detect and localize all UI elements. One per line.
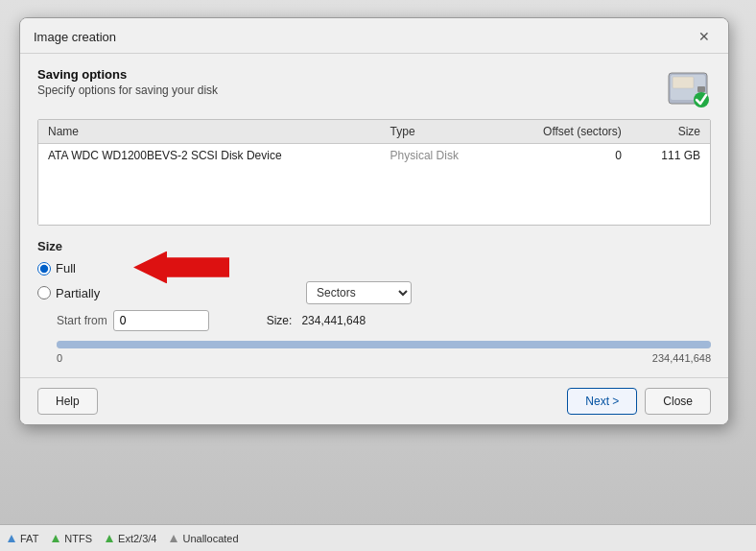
fields-row: Start from 0 Size: 234,441,648 [57,310,711,331]
col-size: Size [631,120,710,144]
full-radio-input[interactable] [37,262,51,276]
dialog-body: Saving options Specify options for savin… [20,54,728,377]
disk-table: Name Type Offset (sectors) Size ATA WDC … [37,119,711,226]
dialog-titlebar: Image creation ✕ [20,18,728,54]
table-row: ATA WDC WD1200BEVS-2 SCSI Disk Device Ph… [38,144,710,168]
full-radio-row: Full [37,261,711,276]
close-button[interactable]: Close [645,388,711,415]
unallocated-icon [168,533,179,544]
saving-options-heading: Saving options [37,67,218,82]
col-name: Name [38,120,381,144]
next-button[interactable]: Next > [567,388,637,415]
row-type: Physical Disk [381,144,500,168]
row-name: ATA WDC WD1200BEVS-2 SCSI Disk Device [38,144,381,168]
arrow-shape [133,251,229,283]
start-from-label: Start from [57,314,107,327]
col-offset: Offset (sectors) [499,120,631,144]
ext-icon [104,533,115,544]
saving-options-description: Specify options for saving your disk [37,84,218,97]
row-offset: 0 [499,144,631,168]
slider-labels: 0 234,441,648 [57,352,711,364]
empty-row-2 [38,196,710,225]
fat-icon [6,533,17,544]
svg-marker-6 [52,535,59,542]
fat-tag: FAT [6,533,38,544]
disk-svg [665,67,711,109]
size-field-value: 234,441,648 [301,314,366,327]
fat-label: FAT [20,533,38,544]
sectors-select[interactable]: Sectors Bytes Megabytes [306,281,412,304]
ntfs-label: NTFS [64,533,92,544]
partially-radio-input[interactable] [37,286,51,299]
slider-max-label: 234,441,648 [652,352,711,364]
image-creation-dialog: Image creation ✕ Saving options Specify … [19,17,729,425]
row-size: 111 GB [631,144,710,168]
col-type: Type [381,120,500,144]
slider-min-label: 0 [57,352,62,364]
unallocated-tag: Unallocated [168,533,238,544]
full-label-text: Full [56,261,76,276]
dialog-close-button[interactable]: ✕ [694,26,715,47]
slider-area: 0 234,441,648 [57,341,711,364]
partially-label-text: Partially [56,286,100,300]
slider-fill [57,341,711,348]
empty-row-1 [38,167,710,196]
partially-radio-label[interactable]: Partially [37,286,133,300]
svg-rect-2 [673,77,694,88]
saving-options-header: Saving options Specify options for savin… [37,67,711,109]
ntfs-icon [50,533,61,544]
size-field-label: Size: [267,314,293,327]
svg-marker-8 [170,535,177,542]
footer-right-buttons: Next > Close [567,388,711,415]
disk-icon [665,67,711,109]
size-section: Size Full Partially [37,239,711,364]
dialog-footer: Help Next > Close [20,377,728,424]
table-header-row: Name Type Offset (sectors) Size [38,120,710,144]
svg-marker-5 [8,535,15,542]
start-from-input[interactable]: 0 [113,310,209,331]
svg-rect-3 [697,86,705,92]
slider-track [57,341,711,348]
svg-marker-7 [106,535,113,542]
partially-radio-row: Partially Sectors Bytes Megabytes [37,281,711,304]
ntfs-tag: NTFS [50,533,92,544]
start-from-group: Start from 0 [57,310,209,331]
bottom-bar: FAT NTFS Ext2/3/4 Unallocated [0,524,756,551]
help-button[interactable]: Help [37,388,98,415]
dialog-title: Image creation [34,30,116,44]
ext-label: Ext2/3/4 [118,533,156,544]
saving-options-text: Saving options Specify options for savin… [37,67,218,97]
unallocated-label: Unallocated [182,533,238,544]
ext-tag: Ext2/3/4 [104,533,156,544]
size-value-group: Size: 234,441,648 [267,314,366,327]
sectors-dropdown-wrapper: Sectors Bytes Megabytes [306,281,412,304]
full-radio-label[interactable]: Full [37,261,76,276]
